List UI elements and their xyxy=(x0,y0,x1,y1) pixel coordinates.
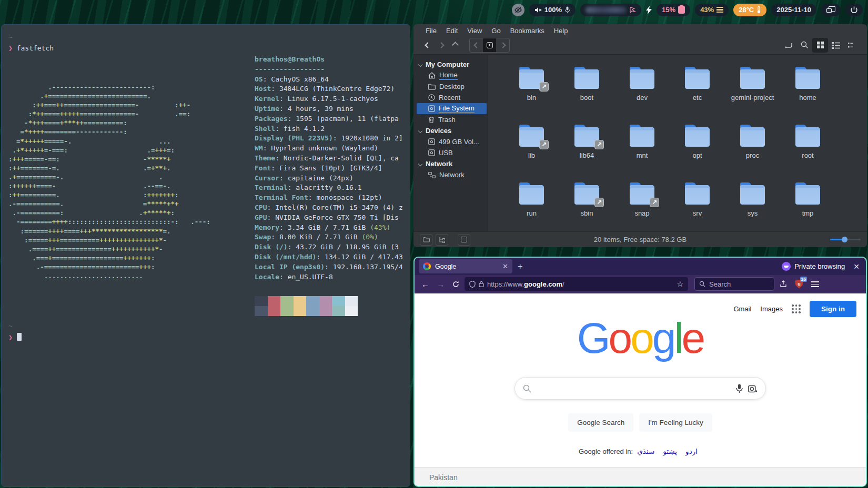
info-line: WM: Hyprland unknown (Wayland) xyxy=(255,144,410,154)
folder-boot[interactable]: boot xyxy=(559,64,614,122)
folder-home[interactable]: home xyxy=(780,64,835,122)
back-button[interactable] xyxy=(421,38,435,52)
tab-close-icon[interactable]: ✕ xyxy=(502,262,508,270)
sidebar-item-desktop[interactable]: Desktop xyxy=(417,81,488,92)
folder-bin[interactable]: ↗bin xyxy=(504,64,559,122)
folder-etc[interactable]: etc xyxy=(670,64,725,122)
menu-item-file[interactable]: File xyxy=(422,26,440,35)
folder-sbin[interactable]: ↗sbin xyxy=(559,180,614,238)
sidebar-item-trash[interactable]: Trash xyxy=(417,114,488,125)
network-module[interactable] xyxy=(580,4,641,16)
menu-item-go[interactable]: Go xyxy=(488,26,504,35)
bookmark-star-icon[interactable]: ☆ xyxy=(677,280,683,288)
menu-item-help[interactable]: Help xyxy=(550,26,572,35)
google-search-box[interactable] xyxy=(514,377,766,400)
sidebar-section-network[interactable]: Network xyxy=(417,158,488,169)
folder-srv[interactable]: srv xyxy=(670,180,725,238)
gmail-link[interactable]: Gmail xyxy=(733,305,751,313)
info-value: Nordic-Darker-Solid [Qt], ca xyxy=(284,154,399,162)
sidebar-item-label: Home xyxy=(439,71,458,80)
sidebar-item-network[interactable]: Network xyxy=(417,169,488,180)
clock-module[interactable]: 2025-11-10 xyxy=(771,4,816,16)
info-label: Font xyxy=(255,164,271,172)
menu-item-bookmarks[interactable]: Bookmarks xyxy=(507,26,548,35)
eye-off-icon xyxy=(514,6,522,14)
google-search-button[interactable]: Google Search xyxy=(568,413,633,432)
images-link[interactable]: Images xyxy=(760,305,783,313)
volume-module[interactable]: 100% xyxy=(529,4,576,16)
zoom-slider[interactable] xyxy=(830,239,861,240)
menu-item-edit[interactable]: Edit xyxy=(442,26,461,35)
ublock-origin-button[interactable]: u 16 xyxy=(792,277,806,291)
terminal-window[interactable]: ~ ❯ fastfetch .-------------------------… xyxy=(1,24,410,487)
folder-opt[interactable]: opt xyxy=(670,122,725,180)
sign-in-button[interactable]: Sign in xyxy=(810,301,856,317)
folder-mnt[interactable]: mnt xyxy=(614,122,670,180)
power-module[interactable] xyxy=(845,4,863,16)
sidebar-item-usb[interactable]: USB xyxy=(417,147,488,158)
sidebar-item-label: Network xyxy=(439,171,465,179)
folder-gemini-project[interactable]: gemini-project xyxy=(725,64,780,122)
feeling-lucky-button[interactable]: I'm Feeling Lucky xyxy=(639,413,712,432)
info-line: Cursor: capitaine (24px) xyxy=(255,174,410,184)
new-tab-button[interactable]: + xyxy=(518,262,522,271)
current-tab-button[interactable] xyxy=(483,38,496,52)
power-profile-bolt-icon[interactable] xyxy=(646,6,652,14)
path-bar-toggle-button[interactable] xyxy=(781,38,796,53)
url-bar[interactable]: https://www.google.com/ ☆ xyxy=(465,277,688,291)
lock-icon xyxy=(479,281,484,287)
sidebar-section-devices[interactable]: Devices xyxy=(417,125,488,136)
sidebar-section-my-computer[interactable]: My Computer xyxy=(417,59,488,70)
symlink-arrow-icon: ↗ xyxy=(650,198,659,207)
folder-proc[interactable]: proc xyxy=(725,122,780,180)
language-link[interactable]: اردو xyxy=(685,448,698,455)
lens-camera-icon[interactable] xyxy=(748,384,758,393)
language-link[interactable]: سنڌي xyxy=(637,448,654,455)
language-link[interactable]: پښتو xyxy=(663,448,677,455)
app-menu-button[interactable] xyxy=(808,277,822,291)
search-button[interactable] xyxy=(796,38,812,53)
folder-dev[interactable]: dev xyxy=(614,64,670,122)
info-colon: : xyxy=(263,144,271,152)
palette-swatch xyxy=(280,306,294,316)
file-manager-window: FileEditViewGoBookmarksHelp My ComputerH… xyxy=(413,24,867,247)
voice-search-icon[interactable] xyxy=(736,384,743,393)
folder-root[interactable]: root xyxy=(780,122,835,180)
browser-forward-button[interactable]: → xyxy=(434,278,447,291)
drive-icon xyxy=(428,105,435,112)
menu-item-view[interactable]: View xyxy=(463,26,486,35)
folder-lib64[interactable]: ↗lib64 xyxy=(559,122,614,180)
info-colon: : xyxy=(267,204,275,211)
compact-view-button[interactable] xyxy=(844,38,860,53)
info-colon: : xyxy=(267,214,275,221)
sidebar-item-499-gb-vol-[interactable]: 499 GB Vol... xyxy=(417,136,488,147)
next-tab-button[interactable] xyxy=(496,38,509,52)
reload-button[interactable] xyxy=(449,278,462,291)
sidebar-item-recent[interactable]: Recent xyxy=(417,92,488,103)
folder-lib[interactable]: ↗lib xyxy=(504,122,559,180)
sidebar-item-file-system[interactable]: File System xyxy=(417,103,487,114)
folder-snap[interactable]: ↗snap xyxy=(614,180,670,238)
idle-inhibitor-button[interactable] xyxy=(512,4,524,16)
sidebar-item-home[interactable]: Home xyxy=(417,70,488,81)
folder-tmp[interactable]: tmp xyxy=(780,180,835,238)
prev-tab-button[interactable] xyxy=(470,38,483,52)
folder-run[interactable]: run xyxy=(504,180,559,238)
screenshare-module[interactable] xyxy=(821,4,841,16)
share-button[interactable] xyxy=(776,277,790,291)
window-close-button[interactable]: ✕ xyxy=(853,262,860,271)
list-view-button[interactable] xyxy=(828,38,844,53)
up-button[interactable] xyxy=(448,38,462,52)
forward-button[interactable] xyxy=(435,38,448,52)
battery-module[interactable]: 15% xyxy=(657,4,690,16)
memory-module[interactable]: 43% xyxy=(695,4,729,16)
search-field[interactable]: Search xyxy=(694,277,774,291)
folder-sys[interactable]: sys xyxy=(725,180,780,238)
info-lines: OS: CachyOS x86_64Host: 3484LCG (ThinkCe… xyxy=(255,75,410,282)
icon-view-button[interactable] xyxy=(812,38,828,53)
browser-back-button[interactable]: ← xyxy=(419,278,432,291)
tab-google[interactable]: Google ✕ xyxy=(419,259,512,273)
folder-view[interactable]: ↗binbootdevetcgemini-projecthome↗lib↗lib… xyxy=(488,55,867,231)
google-apps-icon[interactable] xyxy=(792,304,801,313)
temperature-module[interactable]: 28°C xyxy=(733,4,766,16)
